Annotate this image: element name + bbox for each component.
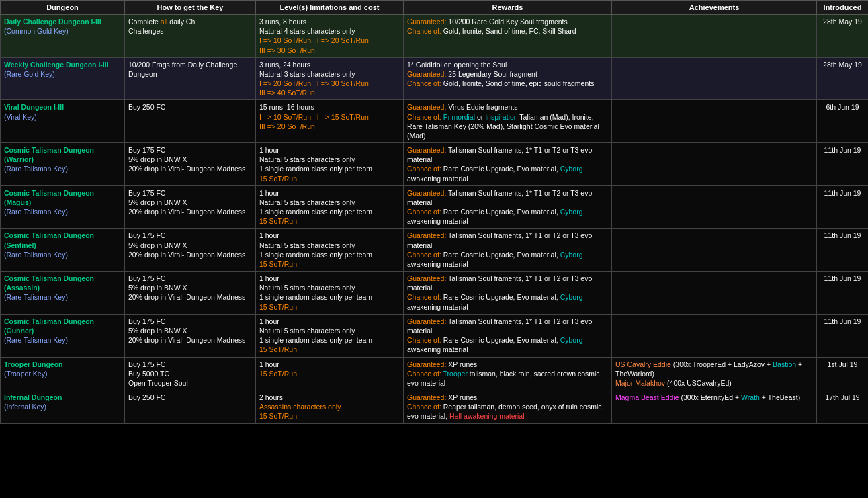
achievements-cell xyxy=(612,15,817,58)
how-to-get-cell: 10/200 Frags from Daily Challenge Dungeo… xyxy=(125,57,256,100)
introduced-cell: 1st Jul 19 xyxy=(817,357,869,390)
level-cell: 1 hourNatural 5 stars characters only1 s… xyxy=(256,185,404,229)
achievements-cell xyxy=(612,185,817,229)
introduced-cell: 11th Jun 19 xyxy=(817,229,869,272)
level-cell: 1 hourNatural 5 stars characters only1 s… xyxy=(256,314,404,357)
level-cell: 1 hourNatural 5 stars characters only1 s… xyxy=(256,143,404,186)
introduced-cell: 11th Jun 19 xyxy=(817,272,869,315)
header-achievements: Achievements xyxy=(612,1,817,15)
header-level: Level(s) limitations and cost xyxy=(256,1,404,15)
achievements-cell xyxy=(612,143,817,186)
rewards-cell: Guaranteed: Talisman Soul framents, 1* T… xyxy=(404,272,612,315)
rewards-cell: Guaranteed: Talisman Soul framents, 1* T… xyxy=(404,185,612,229)
header-rewards: Rewards xyxy=(404,1,612,15)
how-to-get-cell: Buy 250 FC xyxy=(125,390,256,424)
dungeon-name-cell: Cosmic Talisman Dungeon (Gunner)(Rare Ta… xyxy=(1,314,125,357)
how-to-get-cell: Buy 175 FC5% drop in BNW X20% drop in Vi… xyxy=(125,229,256,272)
rewards-cell: Guaranteed: XP runesChance of: Trooper t… xyxy=(404,357,612,390)
introduced-cell: 17th Jul 19 xyxy=(817,390,869,424)
table-row: Weekly Challenge Dungeon I-III(Rare Gold… xyxy=(1,57,869,100)
dungeon-name-cell: Daily Challenge Dungeon I-III(Common Gol… xyxy=(1,15,125,58)
introduced-cell: 28th May 19 xyxy=(817,15,869,58)
header-introduced: Introduced xyxy=(817,1,869,15)
level-cell: 3 runs, 24 hoursNatural 3 stars characte… xyxy=(256,57,404,100)
introduced-cell: 11th Jun 19 xyxy=(817,185,869,229)
rewards-cell: Guaranteed: Talisman Soul framents, 1* T… xyxy=(404,229,612,272)
achievements-cell xyxy=(612,57,817,100)
how-to-get-cell: Buy 175 FC5% drop in BNW X20% drop in Vi… xyxy=(125,272,256,315)
how-to-get-cell: Buy 250 FC xyxy=(125,100,256,143)
dungeon-name-cell: Weekly Challenge Dungeon I-III(Rare Gold… xyxy=(1,57,125,100)
header-key: How to get the Key xyxy=(125,1,256,15)
how-to-get-cell: Buy 175 FC5% drop in BNW X20% drop in Vi… xyxy=(125,314,256,357)
achievements-cell xyxy=(612,314,817,357)
achievements-cell xyxy=(612,100,817,143)
level-cell: 1 hourNatural 5 stars characters only1 s… xyxy=(256,229,404,272)
level-cell: 3 runs, 8 hoursNatural 4 stars character… xyxy=(256,15,404,58)
table-row: Viral Dungeon I-III(Viral Key)Buy 250 FC… xyxy=(1,100,869,143)
dungeon-name-cell: Cosmic Talisman Dungeon (Assassin)(Rare … xyxy=(1,272,125,315)
table-row: Trooper Dungeon(Trooper Key)Buy 175 FCBu… xyxy=(1,357,869,390)
dungeon-name-cell: Trooper Dungeon(Trooper Key) xyxy=(1,357,125,390)
introduced-cell: 6th Jun 19 xyxy=(817,100,869,143)
header-dungeon: Dungeon xyxy=(1,1,125,15)
rewards-cell: Guaranteed: Talisman Soul framents, 1* T… xyxy=(404,314,612,357)
table-row: Cosmic Talisman Dungeon (Sentinel)(Rare … xyxy=(1,229,869,272)
achievements-cell: US Cavalry Eddie (300x TrooperEd + LadyA… xyxy=(612,357,817,390)
rewards-cell: Guaranteed: 10/200 Rare Gold Key Soul fr… xyxy=(404,15,612,58)
introduced-cell: 11th Jun 19 xyxy=(817,143,869,186)
achievements-cell xyxy=(612,272,817,315)
achievements-cell xyxy=(612,229,817,272)
level-cell: 2 hoursAssassins characters only15 SoT/R… xyxy=(256,390,404,424)
rewards-cell: Guaranteed: Talisman Soul framents, 1* T… xyxy=(404,143,612,186)
table-row: Cosmic Talisman Dungeon (Magus)(Rare Tal… xyxy=(1,185,869,229)
achievements-cell: Magma Beast Eddie (300x EternityEd + Wra… xyxy=(612,390,817,424)
table-row: Daily Challenge Dungeon I-III(Common Gol… xyxy=(1,15,869,58)
introduced-cell: 28th May 19 xyxy=(817,57,869,100)
dungeon-name-cell: Cosmic Talisman Dungeon (Sentinel)(Rare … xyxy=(1,229,125,272)
table-row: Infernal Dungeon(Infernal Key)Buy 250 FC… xyxy=(1,390,869,424)
how-to-get-cell: Buy 175 FC5% drop in BNW X20% drop in Vi… xyxy=(125,185,256,229)
dungeon-name-cell: Infernal Dungeon(Infernal Key) xyxy=(1,390,125,424)
how-to-get-cell: Buy 175 FC5% drop in BNW X20% drop in Vi… xyxy=(125,143,256,186)
table-row: Cosmic Talisman Dungeon (Warrior)(Rare T… xyxy=(1,143,869,186)
level-cell: 15 runs, 16 hoursI => 10 SoT/Run, II => … xyxy=(256,100,404,143)
dungeon-table: Dungeon How to get the Key Level(s) limi… xyxy=(0,0,868,424)
rewards-cell: Guaranteed: XP runesChance of: Reaper ta… xyxy=(404,390,612,424)
how-to-get-cell: Buy 175 FCBuy 5000 TCOpen Trooper Soul xyxy=(125,357,256,390)
level-cell: 1 hour15 SoT/Run xyxy=(256,357,404,390)
level-cell: 1 hourNatural 5 stars characters only1 s… xyxy=(256,272,404,315)
rewards-cell: Guaranteed: Virus Eddie fragmentsChance … xyxy=(404,100,612,143)
dungeon-name-cell: Viral Dungeon I-III(Viral Key) xyxy=(1,100,125,143)
dungeon-name-cell: Cosmic Talisman Dungeon (Warrior)(Rare T… xyxy=(1,143,125,186)
table-row: Cosmic Talisman Dungeon (Gunner)(Rare Ta… xyxy=(1,314,869,357)
introduced-cell: 11th Jun 19 xyxy=(817,314,869,357)
rewards-cell: 1* GoldIdol on opening the SoulGuarantee… xyxy=(404,57,612,100)
dungeon-name-cell: Cosmic Talisman Dungeon (Magus)(Rare Tal… xyxy=(1,185,125,229)
table-row: Cosmic Talisman Dungeon (Assassin)(Rare … xyxy=(1,272,869,315)
how-to-get-cell: Complete all daily ChChallenges xyxy=(125,15,256,58)
